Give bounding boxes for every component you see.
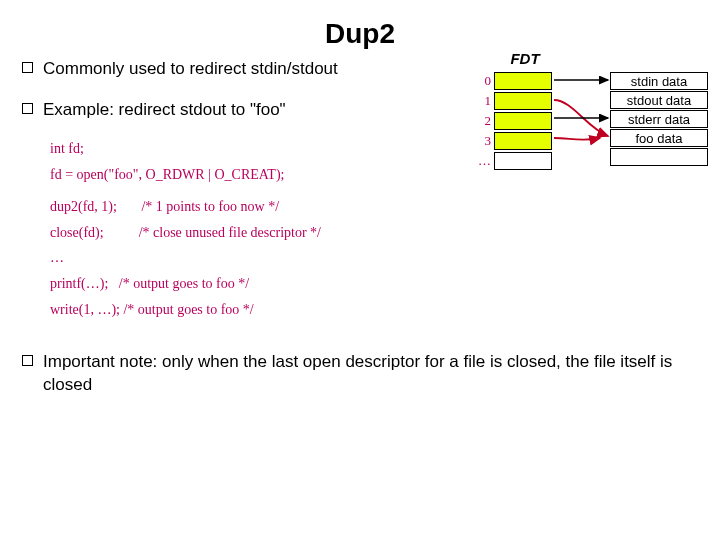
fdt-cell xyxy=(494,72,552,90)
data-cell-blank xyxy=(610,148,708,166)
code-line: write(1, …); /* output goes to foo */ xyxy=(50,297,698,323)
data-column: stdin data stdout data stderr data foo d… xyxy=(610,72,710,167)
bullet-1-text: Commonly used to redirect stdin/stdout xyxy=(43,58,338,81)
data-cell-stdin: stdin data xyxy=(610,72,708,90)
fdt-label: FDT xyxy=(495,50,555,67)
bullet-2-text: Example: redirect stdout to "foo" xyxy=(43,99,286,122)
fdt-index: … xyxy=(475,153,491,169)
bullet-1: Commonly used to redirect stdin/stdout xyxy=(22,58,442,81)
bullet-3: Important note: only when the last open … xyxy=(22,351,698,397)
fdt-cell xyxy=(494,92,552,110)
fdt-index: 0 xyxy=(475,73,491,89)
data-cell-stdout: stdout data xyxy=(610,91,708,109)
data-cell-foo: foo data xyxy=(610,129,708,147)
bullet-marker-icon xyxy=(22,355,33,366)
data-cell-stderr: stderr data xyxy=(610,110,708,128)
fdt-index: 3 xyxy=(475,133,491,149)
fdt-cell xyxy=(494,112,552,130)
code-line: dup2(fd, 1); /* 1 points to foo now */ xyxy=(50,194,698,220)
fdt-cell xyxy=(494,152,552,170)
code-line: … xyxy=(50,245,698,271)
code-line: close(fd); /* close unused file descript… xyxy=(50,220,698,246)
slide-title: Dup2 xyxy=(0,18,720,50)
fdt-index: 1 xyxy=(475,93,491,109)
bullet-2: Example: redirect stdout to "foo" xyxy=(22,99,442,122)
bullet-marker-icon xyxy=(22,62,33,73)
bullet-3-text: Important note: only when the last open … xyxy=(43,351,698,397)
code-line: printf(…); /* output goes to foo */ xyxy=(50,271,698,297)
fdt-cell xyxy=(494,132,552,150)
fdt-index: 2 xyxy=(475,113,491,129)
bullet-marker-icon xyxy=(22,103,33,114)
